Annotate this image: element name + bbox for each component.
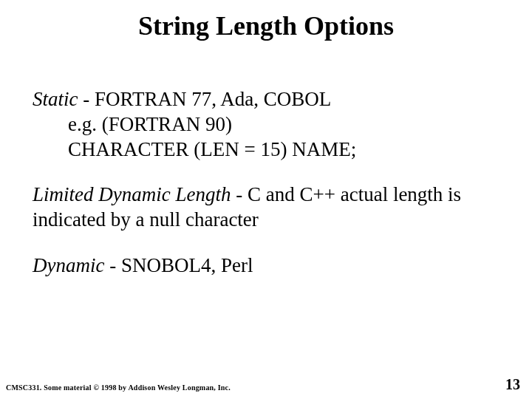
slide: String Length Options Static - FORTRAN 7… xyxy=(0,0,532,399)
block-static-line2: e.g. (FORTRAN 90) xyxy=(33,112,499,137)
page-number: 13 xyxy=(505,376,520,393)
footer-credit: CMSC331. Some material © 1998 by Addison… xyxy=(6,383,231,392)
slide-title: String Length Options xyxy=(0,10,532,41)
block-dynamic-label: Dynamic xyxy=(33,254,104,276)
slide-body: Static - FORTRAN 77, Ada, COBOL e.g. (FO… xyxy=(33,87,499,299)
block-static: Static - FORTRAN 77, Ada, COBOL e.g. (FO… xyxy=(33,87,499,162)
block-dynamic-rest: - SNOBOL4, Perl xyxy=(104,254,253,276)
block-static-line1: Static - FORTRAN 77, Ada, COBOL xyxy=(33,87,499,112)
block-dynamic: Dynamic - SNOBOL4, Perl xyxy=(33,253,499,279)
block-static-line3: CHARACTER (LEN = 15) NAME; xyxy=(33,137,499,163)
block-limited-label: Limited Dynamic Length xyxy=(33,183,231,205)
block-static-rest: - FORTRAN 77, Ada, COBOL xyxy=(78,88,332,110)
block-static-label: Static xyxy=(33,88,78,110)
block-limited: Limited Dynamic Length - C and C++ actua… xyxy=(33,183,499,233)
